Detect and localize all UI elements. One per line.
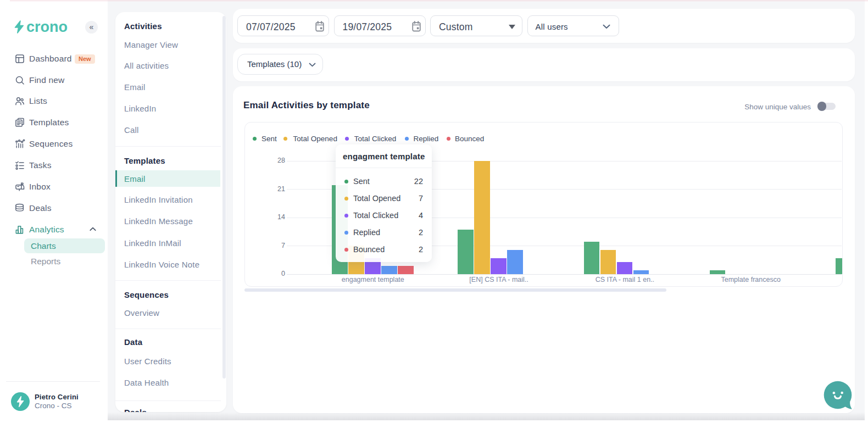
svg-text:crono: crono bbox=[26, 19, 68, 35]
